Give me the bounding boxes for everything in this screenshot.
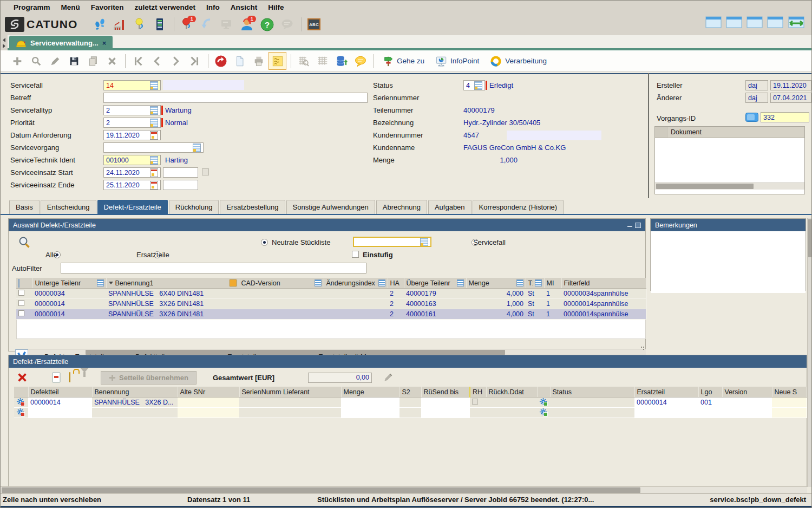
col-ersatzteil[interactable]: Ersatzteil <box>634 387 698 398</box>
menu-ansicht[interactable]: Ansicht <box>225 2 263 13</box>
einsatz-start-time-field[interactable] <box>163 167 198 178</box>
menu-menue[interactable]: Menü <box>56 2 86 13</box>
bemerkungen-textarea[interactable] <box>651 231 806 293</box>
vorgangs-id-field[interactable]: 332 <box>761 112 809 122</box>
dokument-list-body[interactable] <box>655 138 804 183</box>
status-field[interactable]: 4 <box>463 80 485 90</box>
tab-serviceverwaltung[interactable]: Serviceverwaltung... × <box>9 36 113 50</box>
servicefalltyp-field[interactable]: 2 <box>103 105 161 115</box>
panel-restore-icon[interactable] <box>635 223 641 228</box>
gear-green-icon[interactable] <box>539 398 547 406</box>
col-neue-snr[interactable]: Neue S <box>772 387 807 398</box>
undo-arrow-icon[interactable] <box>198 16 216 33</box>
undo-red-icon[interactable] <box>212 52 230 70</box>
dropdown-icon[interactable] <box>420 238 428 246</box>
scrollbar-thumb[interactable] <box>808 219 811 257</box>
tab-sonstige-aufwendungen[interactable]: Sonstige Aufwendungen <box>286 200 375 214</box>
table-row[interactable]: 00000034SPANNHÜLSE 6X40 DIN1481240000179… <box>16 289 646 299</box>
remove-item-icon[interactable] <box>51 372 62 383</box>
dropdown-icon[interactable] <box>150 81 158 90</box>
col-version[interactable]: Version <box>722 387 772 398</box>
window-icon[interactable] <box>705 16 722 29</box>
unlock-icon[interactable] <box>69 373 70 382</box>
scrollbar-thumb[interactable] <box>2 487 640 493</box>
col-benennung1[interactable]: Benennung1 <box>106 278 239 289</box>
col-defektteil[interactable]: Defektteil <box>28 387 92 398</box>
content-hscrollbar[interactable] <box>1 486 807 493</box>
tab-abrechnung[interactable]: Abrechnung <box>376 200 427 214</box>
col-ha[interactable]: HA <box>388 278 404 289</box>
einsatz-ende-time-field[interactable] <box>163 180 198 190</box>
defekt-table-row[interactable] <box>14 408 807 418</box>
nav-first-icon[interactable] <box>129 52 147 70</box>
dropdown-icon[interactable] <box>193 144 201 152</box>
nav-last-icon[interactable] <box>186 52 204 70</box>
tab-aufgaben[interactable]: Aufgaben <box>428 200 472 214</box>
db-export-icon[interactable] <box>332 52 350 70</box>
tab-scroll-right-icon[interactable] <box>3 44 5 48</box>
datum-anforderung-field[interactable]: 19.11.2020 <box>103 130 161 140</box>
footprints-icon[interactable] <box>90 16 109 33</box>
dropdown-icon[interactable] <box>150 156 158 165</box>
search-parts-icon[interactable] <box>17 236 31 250</box>
rh-checkbox[interactable] <box>472 399 478 405</box>
edit-pencil-icon[interactable] <box>383 372 394 383</box>
row-checkbox[interactable] <box>18 300 24 306</box>
verarbeitung-button[interactable]: Verarbeitung <box>490 55 547 67</box>
col-filterfeld[interactable]: Filterfeld <box>561 278 646 289</box>
dropdown-icon[interactable] <box>474 81 482 90</box>
filter-icon[interactable] <box>315 279 322 286</box>
filter-icon[interactable] <box>97 279 104 286</box>
window-split-icon[interactable] <box>788 16 805 29</box>
servicetechnik-field[interactable]: 001000 <box>103 155 161 165</box>
content-vscrollbar[interactable] <box>807 218 812 487</box>
filter-icon[interactable] <box>378 279 385 286</box>
prioritaet-field[interactable]: 2 <box>103 118 161 128</box>
factory-icon[interactable] <box>110 16 129 33</box>
col-menge[interactable]: Menge <box>341 387 400 398</box>
table-row[interactable]: 00000014SPANNHÜLSE 3X26 DIN1481240000163… <box>16 299 646 309</box>
notes-icon[interactable] <box>269 52 286 70</box>
col-unterge-teilenr[interactable]: Unterge Teilenr <box>32 278 106 289</box>
spellcheck-board-icon[interactable]: ABC <box>305 16 323 33</box>
window-icon[interactable] <box>726 16 742 29</box>
new-page-icon[interactable] <box>231 52 248 70</box>
calendar-icon[interactable] <box>150 131 158 140</box>
menu-hilfe[interactable]: Hilfe <box>263 2 289 13</box>
neutrale-stueckliste-radio[interactable] <box>261 239 268 246</box>
col-lgo[interactable]: Lgo <box>698 387 722 398</box>
col-rueckh-ddat[interactable]: Rückh.Ddat <box>486 387 537 398</box>
einsatz-start-field[interactable]: 24.11.2020 <box>103 167 161 178</box>
panel-resize-grip[interactable] <box>639 344 644 350</box>
calendar-icon[interactable] <box>150 181 158 190</box>
col-ruesend-bis[interactable]: RüSend bis <box>421 387 470 398</box>
nav-prev-icon[interactable] <box>148 52 166 70</box>
window-icon[interactable] <box>767 16 783 29</box>
servicefall-field[interactable]: 14 <box>103 80 161 90</box>
help-icon[interactable]: ? <box>258 16 276 33</box>
row-checkbox[interactable] <box>18 310 24 316</box>
col-s2[interactable]: S2 <box>400 387 421 398</box>
col-benennung[interactable]: Benennung <box>92 387 178 398</box>
servicevorgang-field[interactable] <box>103 142 204 153</box>
delete-row-icon[interactable] <box>16 372 28 383</box>
filter-icon[interactable] <box>516 279 523 286</box>
col-seriennumm-lieferant[interactable]: SerienNumm Lieferant <box>239 387 341 398</box>
menu-zuletzt-verwendet[interactable]: zuletzt verwendet <box>129 2 201 13</box>
einstufig-checkbox[interactable] <box>352 251 359 258</box>
gear-green-icon[interactable] <box>539 408 547 416</box>
menu-programm[interactable]: Programm <box>8 2 56 13</box>
dropdown-icon[interactable] <box>150 119 158 127</box>
copy-icon[interactable] <box>84 52 102 70</box>
gear-red-icon[interactable] <box>16 408 24 416</box>
col-menge[interactable]: Menge <box>466 278 526 289</box>
stueckliste-field[interactable] <box>353 237 431 247</box>
window-icon[interactable] <box>746 16 763 29</box>
col-cad-version[interactable]: CAD-Version <box>239 278 324 289</box>
dokument-hscrollbar[interactable] <box>655 183 804 190</box>
close-icon[interactable]: × <box>102 41 107 46</box>
tab-rueckholung[interactable]: Rückholung <box>169 200 219 214</box>
filter-icon[interactable] <box>535 279 542 286</box>
col-mi[interactable]: MI <box>544 278 561 289</box>
tab-ersatzbestellung[interactable]: Ersatzbestellung <box>220 200 285 214</box>
